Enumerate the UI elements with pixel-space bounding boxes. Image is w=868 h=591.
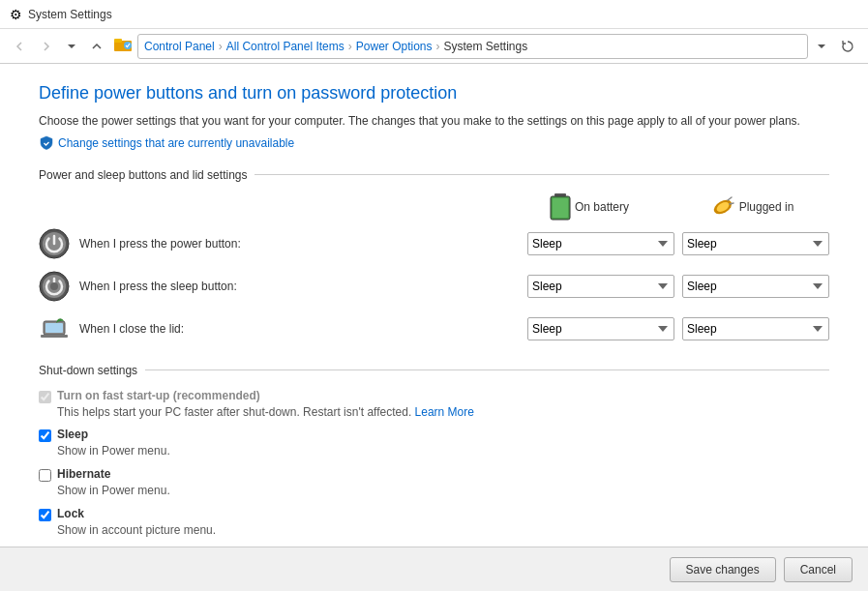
shutdown-section-header: Shut-down settings [39,364,829,377]
breadcrumb-sep-1: › [219,40,223,53]
main-content: Define power buttons and turn on passwor… [0,64,868,547]
save-changes-button[interactable]: Save changes [670,557,776,582]
up-icon [91,41,103,52]
page-description: Choose the power settings that you want … [39,113,829,130]
svg-rect-5 [553,198,568,218]
fast-startup-checkbox[interactable] [39,391,51,403]
breadcrumb-sep-3: › [435,40,439,53]
breadcrumb-sep-2: › [348,40,352,53]
breadcrumb-all-items[interactable]: All Control Panel Items [226,40,344,53]
column-headers: On battery Plugged in [39,193,829,221]
lid-dropdowns: Do nothing Sleep Hibernate Shut down Tur… [527,317,829,340]
dropdown-recent-button[interactable] [62,39,81,54]
breadcrumb-current: System Settings [443,40,527,53]
change-settings-link[interactable]: Change settings that are currently unava… [39,135,829,151]
power-button-row: When I press the power button: Do nothin… [39,228,829,259]
lid-icon [39,313,70,344]
hibernate-checkbox[interactable] [39,469,51,482]
sleep-row: Sleep [39,428,829,442]
sleep-button-row: When I press the sleep button: Do nothin… [39,271,829,302]
forward-button[interactable] [35,37,58,56]
fast-startup-row: Turn on fast start-up (recommended) [39,389,829,403]
power-button-icon [39,228,70,259]
plugged-header-label: Plugged in [739,200,794,214]
page-title: Define power buttons and turn on passwor… [39,83,829,103]
lid-plugged-select[interactable]: Do nothing Sleep Hibernate Shut down Tur… [682,317,829,340]
footer: Save changes Cancel [0,547,868,591]
back-icon [14,41,25,52]
power-button-dropdowns: Do nothing Sleep Hibernate Shut down Tur… [527,232,829,255]
up-button[interactable] [85,37,108,56]
hibernate-sublabel: Show in Power menu. [57,484,829,499]
plugged-icon [710,195,735,219]
sleep-sublabel: Show in Power menu. [57,444,829,459]
fast-startup-sublabel: This helps start your PC faster after sh… [57,405,829,421]
plugged-column-header: Plugged in [674,193,829,221]
lock-label: Lock [57,507,84,520]
lock-sublabel: Show in account picture menu. [57,523,829,539]
lid-battery-select[interactable]: Do nothing Sleep Hibernate Shut down Tur… [527,317,674,340]
chevron-down-icon [68,43,75,50]
svg-rect-1 [114,39,122,43]
dropdown-address-button[interactable] [812,39,831,54]
battery-icon [550,193,571,221]
title-bar: ⚙ System Settings [0,0,868,29]
battery-column-header: On battery [512,193,667,221]
sleep-button-dropdowns: Do nothing Sleep Hibernate Shut down Tur… [527,275,829,298]
nav-bar: Control Panel › All Control Panel Items … [0,29,868,64]
lid-label: When I close the lid: [79,322,527,336]
refresh-button[interactable] [835,36,860,57]
shield-icon [39,135,54,151]
sleep-label: Sleep [57,428,88,441]
sleep-button-label: When I press the sleep button: [79,280,527,293]
sleep-button-icon [39,271,70,302]
forward-icon [41,41,52,52]
hibernate-row: Hibernate [39,467,829,482]
breadcrumb: Control Panel › All Control Panel Items … [137,34,808,59]
nav-right-controls [812,36,860,57]
sleep-checkbox[interactable] [39,429,51,442]
change-settings-label[interactable]: Change settings that are currently unava… [58,136,294,150]
lid-row: When I close the lid: Do nothing Sleep H… [39,313,829,344]
title-bar-text: System Settings [28,8,112,21]
chevron-down-small-icon [818,43,825,50]
svg-rect-15 [41,335,68,338]
learn-more-link[interactable]: Learn More [415,405,474,419]
battery-header-label: On battery [575,200,629,214]
power-section-header: Power and sleep buttons and lid settings [39,168,829,182]
title-bar-icon: ⚙ [10,7,22,22]
svg-point-12 [50,282,58,290]
back-button[interactable] [8,37,31,56]
settings-table: On battery Plugged in [39,193,829,344]
power-button-label: When I press the power button: [79,237,527,251]
sleep-button-battery-select[interactable]: Do nothing Sleep Hibernate Shut down Tur… [527,275,674,298]
fast-startup-label: Turn on fast start-up (recommended) [57,389,260,402]
hibernate-label: Hibernate [57,467,110,481]
svg-rect-14 [45,323,63,333]
lock-checkbox[interactable] [39,509,51,521]
nav-folder-icon [114,37,132,55]
cancel-button[interactable]: Cancel [784,557,853,582]
shutdown-section: Shut-down settings Turn on fast start-up… [39,364,829,538]
breadcrumb-power-options[interactable]: Power Options [356,40,433,53]
power-button-battery-select[interactable]: Do nothing Sleep Hibernate Shut down Tur… [527,232,674,255]
breadcrumb-control-panel[interactable]: Control Panel [144,40,215,53]
lock-row: Lock [39,507,829,521]
refresh-icon [841,40,854,53]
power-button-plugged-select[interactable]: Do nothing Sleep Hibernate Shut down Tur… [682,232,829,255]
sleep-button-plugged-select[interactable]: Do nothing Sleep Hibernate Shut down Tur… [682,275,829,298]
